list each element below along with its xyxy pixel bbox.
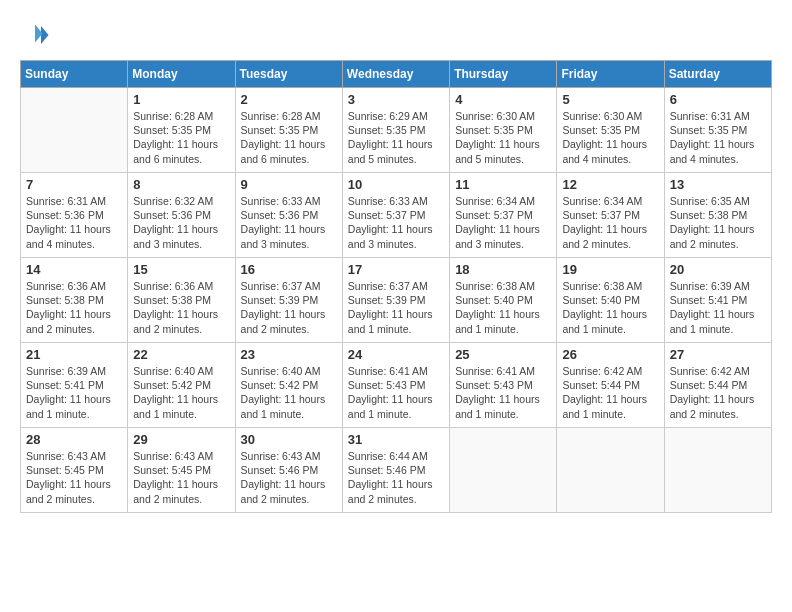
day-info: Sunrise: 6:34 AM Sunset: 5:37 PM Dayligh… (455, 194, 551, 251)
calendar-cell: 2Sunrise: 6:28 AM Sunset: 5:35 PM Daylig… (235, 88, 342, 173)
day-number: 11 (455, 177, 551, 192)
day-info: Sunrise: 6:44 AM Sunset: 5:46 PM Dayligh… (348, 449, 444, 506)
day-info: Sunrise: 6:38 AM Sunset: 5:40 PM Dayligh… (455, 279, 551, 336)
page-header (20, 20, 772, 50)
calendar-cell: 26Sunrise: 6:42 AM Sunset: 5:44 PM Dayli… (557, 343, 664, 428)
day-info: Sunrise: 6:40 AM Sunset: 5:42 PM Dayligh… (133, 364, 229, 421)
day-number: 16 (241, 262, 337, 277)
day-info: Sunrise: 6:42 AM Sunset: 5:44 PM Dayligh… (670, 364, 766, 421)
weekday-header-tuesday: Tuesday (235, 61, 342, 88)
day-info: Sunrise: 6:29 AM Sunset: 5:35 PM Dayligh… (348, 109, 444, 166)
day-number: 8 (133, 177, 229, 192)
day-info: Sunrise: 6:34 AM Sunset: 5:37 PM Dayligh… (562, 194, 658, 251)
week-row-3: 14Sunrise: 6:36 AM Sunset: 5:38 PM Dayli… (21, 258, 772, 343)
day-number: 24 (348, 347, 444, 362)
calendar-cell: 20Sunrise: 6:39 AM Sunset: 5:41 PM Dayli… (664, 258, 771, 343)
weekday-header-thursday: Thursday (450, 61, 557, 88)
calendar-cell: 21Sunrise: 6:39 AM Sunset: 5:41 PM Dayli… (21, 343, 128, 428)
calendar-cell: 14Sunrise: 6:36 AM Sunset: 5:38 PM Dayli… (21, 258, 128, 343)
day-info: Sunrise: 6:28 AM Sunset: 5:35 PM Dayligh… (241, 109, 337, 166)
calendar-cell: 19Sunrise: 6:38 AM Sunset: 5:40 PM Dayli… (557, 258, 664, 343)
calendar-cell: 1Sunrise: 6:28 AM Sunset: 5:35 PM Daylig… (128, 88, 235, 173)
weekday-header-saturday: Saturday (664, 61, 771, 88)
calendar-cell: 10Sunrise: 6:33 AM Sunset: 5:37 PM Dayli… (342, 173, 449, 258)
day-info: Sunrise: 6:31 AM Sunset: 5:36 PM Dayligh… (26, 194, 122, 251)
week-row-4: 21Sunrise: 6:39 AM Sunset: 5:41 PM Dayli… (21, 343, 772, 428)
day-number: 9 (241, 177, 337, 192)
day-info: Sunrise: 6:42 AM Sunset: 5:44 PM Dayligh… (562, 364, 658, 421)
day-info: Sunrise: 6:33 AM Sunset: 5:36 PM Dayligh… (241, 194, 337, 251)
calendar-cell: 13Sunrise: 6:35 AM Sunset: 5:38 PM Dayli… (664, 173, 771, 258)
calendar-cell: 4Sunrise: 6:30 AM Sunset: 5:35 PM Daylig… (450, 88, 557, 173)
day-info: Sunrise: 6:36 AM Sunset: 5:38 PM Dayligh… (133, 279, 229, 336)
weekday-header-monday: Monday (128, 61, 235, 88)
day-number: 12 (562, 177, 658, 192)
day-number: 30 (241, 432, 337, 447)
calendar-cell (557, 428, 664, 513)
week-row-2: 7Sunrise: 6:31 AM Sunset: 5:36 PM Daylig… (21, 173, 772, 258)
week-row-5: 28Sunrise: 6:43 AM Sunset: 5:45 PM Dayli… (21, 428, 772, 513)
calendar-cell: 22Sunrise: 6:40 AM Sunset: 5:42 PM Dayli… (128, 343, 235, 428)
calendar-cell: 16Sunrise: 6:37 AM Sunset: 5:39 PM Dayli… (235, 258, 342, 343)
calendar-cell: 28Sunrise: 6:43 AM Sunset: 5:45 PM Dayli… (21, 428, 128, 513)
day-number: 23 (241, 347, 337, 362)
day-number: 26 (562, 347, 658, 362)
calendar-cell: 23Sunrise: 6:40 AM Sunset: 5:42 PM Dayli… (235, 343, 342, 428)
calendar-cell: 9Sunrise: 6:33 AM Sunset: 5:36 PM Daylig… (235, 173, 342, 258)
calendar-cell (21, 88, 128, 173)
day-info: Sunrise: 6:30 AM Sunset: 5:35 PM Dayligh… (455, 109, 551, 166)
calendar-cell: 12Sunrise: 6:34 AM Sunset: 5:37 PM Dayli… (557, 173, 664, 258)
weekday-header-sunday: Sunday (21, 61, 128, 88)
calendar-cell: 3Sunrise: 6:29 AM Sunset: 5:35 PM Daylig… (342, 88, 449, 173)
day-info: Sunrise: 6:39 AM Sunset: 5:41 PM Dayligh… (670, 279, 766, 336)
day-number: 3 (348, 92, 444, 107)
day-number: 22 (133, 347, 229, 362)
weekday-header-row: SundayMondayTuesdayWednesdayThursdayFrid… (21, 61, 772, 88)
day-info: Sunrise: 6:28 AM Sunset: 5:35 PM Dayligh… (133, 109, 229, 166)
day-info: Sunrise: 6:40 AM Sunset: 5:42 PM Dayligh… (241, 364, 337, 421)
day-info: Sunrise: 6:35 AM Sunset: 5:38 PM Dayligh… (670, 194, 766, 251)
day-info: Sunrise: 6:43 AM Sunset: 5:45 PM Dayligh… (133, 449, 229, 506)
day-number: 5 (562, 92, 658, 107)
svg-marker-0 (41, 26, 49, 44)
calendar-cell: 29Sunrise: 6:43 AM Sunset: 5:45 PM Dayli… (128, 428, 235, 513)
day-number: 19 (562, 262, 658, 277)
day-info: Sunrise: 6:33 AM Sunset: 5:37 PM Dayligh… (348, 194, 444, 251)
day-number: 15 (133, 262, 229, 277)
calendar-cell (664, 428, 771, 513)
weekday-header-friday: Friday (557, 61, 664, 88)
calendar-cell (450, 428, 557, 513)
day-number: 10 (348, 177, 444, 192)
day-info: Sunrise: 6:37 AM Sunset: 5:39 PM Dayligh… (348, 279, 444, 336)
day-info: Sunrise: 6:41 AM Sunset: 5:43 PM Dayligh… (348, 364, 444, 421)
day-number: 21 (26, 347, 122, 362)
day-info: Sunrise: 6:37 AM Sunset: 5:39 PM Dayligh… (241, 279, 337, 336)
day-info: Sunrise: 6:31 AM Sunset: 5:35 PM Dayligh… (670, 109, 766, 166)
day-number: 4 (455, 92, 551, 107)
calendar-cell: 6Sunrise: 6:31 AM Sunset: 5:35 PM Daylig… (664, 88, 771, 173)
day-number: 7 (26, 177, 122, 192)
day-info: Sunrise: 6:39 AM Sunset: 5:41 PM Dayligh… (26, 364, 122, 421)
calendar-cell: 30Sunrise: 6:43 AM Sunset: 5:46 PM Dayli… (235, 428, 342, 513)
day-info: Sunrise: 6:38 AM Sunset: 5:40 PM Dayligh… (562, 279, 658, 336)
day-number: 2 (241, 92, 337, 107)
day-number: 28 (26, 432, 122, 447)
calendar-cell: 8Sunrise: 6:32 AM Sunset: 5:36 PM Daylig… (128, 173, 235, 258)
calendar-cell: 31Sunrise: 6:44 AM Sunset: 5:46 PM Dayli… (342, 428, 449, 513)
calendar-cell: 11Sunrise: 6:34 AM Sunset: 5:37 PM Dayli… (450, 173, 557, 258)
day-number: 20 (670, 262, 766, 277)
day-info: Sunrise: 6:30 AM Sunset: 5:35 PM Dayligh… (562, 109, 658, 166)
day-info: Sunrise: 6:43 AM Sunset: 5:46 PM Dayligh… (241, 449, 337, 506)
calendar-cell: 25Sunrise: 6:41 AM Sunset: 5:43 PM Dayli… (450, 343, 557, 428)
day-info: Sunrise: 6:36 AM Sunset: 5:38 PM Dayligh… (26, 279, 122, 336)
calendar-cell: 5Sunrise: 6:30 AM Sunset: 5:35 PM Daylig… (557, 88, 664, 173)
calendar-cell: 24Sunrise: 6:41 AM Sunset: 5:43 PM Dayli… (342, 343, 449, 428)
day-number: 6 (670, 92, 766, 107)
day-info: Sunrise: 6:32 AM Sunset: 5:36 PM Dayligh… (133, 194, 229, 251)
calendar-cell: 17Sunrise: 6:37 AM Sunset: 5:39 PM Dayli… (342, 258, 449, 343)
logo (20, 20, 54, 50)
day-number: 17 (348, 262, 444, 277)
day-number: 18 (455, 262, 551, 277)
day-number: 25 (455, 347, 551, 362)
day-number: 27 (670, 347, 766, 362)
